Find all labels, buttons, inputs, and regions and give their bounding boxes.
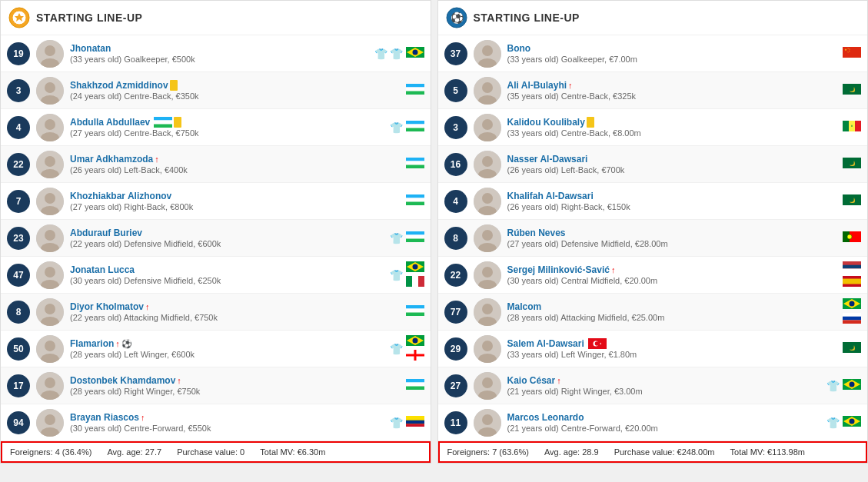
player-details: (33 years old) Goalkeeper, €500k [70,55,370,64]
svg-rect-35 [406,165,424,168]
svg-point-4 [45,45,55,56]
svg-point-132 [847,234,852,239]
player-avatar [474,409,501,437]
svg-text:⚽: ⚽ [450,12,464,25]
player-name[interactable]: Abdulla Abdullaev [70,117,150,128]
player-name[interactable]: Malcom [507,301,542,312]
flag-sn-icon [843,121,861,134]
player-name[interactable]: Brayan Riascos [70,412,139,423]
player-name[interactable]: Shakhzod Azmiddinov [70,80,168,91]
player-name[interactable]: Bono [507,43,531,54]
player-name[interactable]: Khozhiakbar Alizhonov [70,191,171,201]
flag-ru-icon [843,313,861,326]
player-details: (21 years old) Right Winger, €3.00m [507,387,823,396]
player-avatar [474,335,501,363]
player-row: 27Kaio César↑(21 years old) Right Winger… [438,367,868,404]
player-flags: 🌙 [843,158,861,171]
svg-rect-22 [154,124,172,128]
player-info: Umar Adkhamzoda↑(26 years old) Left-Back… [70,154,398,175]
player-row: 17Dostonbek Khamdamov↑(28 years old) Rig… [1,367,431,404]
player-info: Malcom(28 years old) Attacking Midfield,… [507,301,836,322]
player-info: Kaio César↑(21 years old) Right Winger, … [507,375,823,396]
svg-rect-99 [843,47,861,58]
svg-rect-92 [406,421,424,424]
player-avatar [474,151,501,178]
player-name[interactable]: Umar Adkhamzoda [70,154,153,165]
svg-rect-44 [406,198,424,199]
svg-rect-137 [843,261,861,265]
team1-avg-age: Avg. age: 27.7 [107,447,161,457]
player-avatar [36,77,64,105]
flag-uz-icon [406,121,424,134]
player-row: 19Jhonatan(33 years old) Goalkeeper, €50… [1,35,431,72]
flag-sa-icon: 🌙 [843,194,861,208]
player-name[interactable]: Nasser Al-Dawsari [507,154,588,165]
svg-rect-16 [406,91,424,91]
player-details: (27 years old) Defensive Midfield, €28.0… [507,239,836,248]
player-name[interactable]: Ali Al-Bulayhi [507,80,567,91]
player-flags: 🌙 [843,342,861,355]
player-info: Jhonatan(33 years old) Goalkeeper, €500k [70,43,370,64]
svg-rect-51 [406,238,424,242]
svg-point-72 [45,341,55,351]
player-name[interactable]: Marcos Leonardo [507,412,584,423]
svg-point-111 [482,119,493,130]
svg-rect-141 [843,278,861,284]
red-arrow-icon: ↑ [557,376,561,385]
player-action-icons: 👕 [826,417,840,429]
player-info: Ali Al-Bulayhi↑(35 years old) Centre-Bac… [507,80,836,101]
player-number: 4 [7,116,30,139]
player-row: 8Diyor Kholmatov↑(22 years old) Attackin… [1,294,431,331]
player-row: 94Brayan Riascos↑(30 years old) Centre-F… [1,404,431,441]
player-details: (28 years old) Left Winger, €600k [70,350,385,359]
player-name[interactable]: Abdurauf Buriev [70,228,142,238]
player-avatar [36,40,64,68]
substitute-icon: 👕 [390,232,403,244]
flag-it-icon [406,276,424,289]
svg-rect-86 [406,383,424,384]
team2-panel: ⚽ STARTING LINE-UP 37Bono(33 years old) … [437,0,869,464]
flag-sa-icon: 🌙 [843,342,861,355]
player-name[interactable]: Dostonbek Khamdamov [70,375,175,386]
flag-ge-icon [406,350,424,363]
team2-header: ⚽ STARTING LINE-UP [438,1,868,35]
player-name[interactable]: Sergej Milinković-Savić [507,264,610,275]
player-row: 50Flamarion↑⚽(28 years old) Left Winger,… [1,331,431,367]
substitute-icon: 👕 [390,269,403,281]
player-row: 4Abdulla Abdullaev(27 years old) Centre-… [1,109,431,146]
svg-point-171 [850,419,855,424]
player-number: 77 [444,301,467,324]
svg-rect-70 [406,312,424,313]
player-name[interactable]: Khalifah Al-Dawsari [507,191,594,201]
flag-uz-icon [406,84,424,97]
flag-pt-icon [843,231,861,244]
player-name[interactable]: Salem Al-Dawsari [507,338,584,349]
player-name[interactable]: Rúben Neves [507,228,566,238]
player-details: (27 years old) Right-Back, €800k [70,202,398,211]
svg-point-81 [45,377,55,388]
player-row: 7Khozhiakbar Alizhonov(27 years old) Rig… [1,183,431,220]
player-avatar [36,335,64,363]
team1-panel: STARTING LINE-UP 19Jhonatan(33 years old… [0,0,431,464]
player-name[interactable]: Jhonatan [70,43,111,54]
player-number: 8 [444,227,467,250]
svg-point-156 [594,341,599,346]
player-name[interactable]: Kalidou Koulibaly [507,117,585,128]
player-info: Khalifah Al-Dawsari(26 years old) Right-… [507,191,836,211]
substitute-icon: 👕 [826,417,840,429]
svg-point-165 [850,382,855,387]
team1-total-mv: Total MV: €6.30m [260,447,325,457]
flag-inline-icon [588,338,607,349]
player-row: 22Umar Adkhamzoda↑(26 years old) Left-Ba… [1,146,431,183]
svg-point-123 [482,193,493,204]
player-name[interactable]: Diyor Kholmatov [70,301,144,312]
player-name[interactable]: Flamarion [70,338,114,349]
svg-rect-138 [843,264,861,268]
red-arrow-icon: ↑ [155,155,159,164]
player-avatar [36,409,64,437]
player-name[interactable]: Kaio César [507,375,556,386]
player-action-icons: 👕👕 [374,48,403,60]
player-name[interactable]: Jonatan Lucca [70,264,135,275]
player-details: (33 years old) Goalkeeper, €7.00m [507,55,836,64]
player-flags [406,379,424,392]
